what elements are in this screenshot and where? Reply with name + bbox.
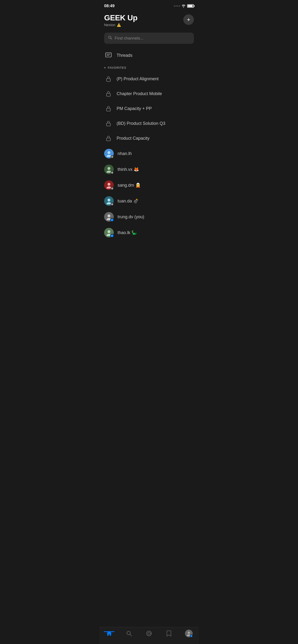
threads-icon bbox=[104, 51, 113, 60]
avatar bbox=[104, 164, 114, 174]
main-content: Threads ▾ FAVORITES (P) Product Alignmen… bbox=[99, 48, 199, 264]
online-status-indicator bbox=[111, 171, 114, 174]
svg-rect-8 bbox=[106, 123, 110, 126]
dm-name: trung.dv (you) bbox=[117, 214, 144, 220]
svg-point-12 bbox=[107, 167, 110, 170]
avatar: ✓ bbox=[104, 228, 114, 238]
threads-label: Threads bbox=[117, 53, 132, 58]
dm-name: thao.lk 🦕 bbox=[117, 230, 137, 235]
status-bar: 08:49 bbox=[99, 0, 199, 10]
dm-item-thinh-vx[interactable]: thinh.vx 🦊 bbox=[99, 162, 199, 177]
svg-point-20 bbox=[107, 230, 110, 233]
threads-item[interactable]: Threads bbox=[99, 48, 199, 63]
svg-rect-7 bbox=[106, 108, 110, 111]
search-container: Find channels... bbox=[99, 31, 199, 48]
add-button[interactable]: + bbox=[183, 14, 194, 25]
search-icon bbox=[108, 36, 112, 41]
workspace-row: Nexion ⚠️ bbox=[104, 23, 137, 27]
channel-name: (BD) Product Solution Q3 bbox=[117, 121, 165, 126]
channel-item-bd-product-solution[interactable]: (BD) Product Solution Q3 bbox=[99, 116, 199, 131]
dm-name: tuan.da 💣 bbox=[117, 198, 138, 204]
channel-name: Product Capacity bbox=[117, 136, 150, 141]
avatar: ✓ bbox=[104, 212, 114, 222]
channel-name: PM Capacity + PP bbox=[117, 106, 152, 111]
channel-item-product-capacity[interactable]: Product Capacity bbox=[99, 131, 199, 146]
online-status-indicator bbox=[111, 203, 114, 206]
lock-icon bbox=[104, 74, 113, 83]
channel-item-product-alignment[interactable]: (P) Product Alignment bbox=[99, 72, 199, 86]
channel-item-pm-capacity[interactable]: PM Capacity + PP bbox=[99, 101, 199, 116]
channel-name: Chapter Product Mobile bbox=[117, 91, 162, 96]
wifi-icon bbox=[181, 4, 186, 8]
svg-rect-9 bbox=[106, 138, 110, 141]
svg-point-16 bbox=[107, 198, 110, 202]
svg-rect-5 bbox=[106, 78, 110, 82]
dm-item-sang-dm[interactable]: sang.dm 🧝 bbox=[99, 177, 199, 193]
channel-item-chapter-product-mobile[interactable]: Chapter Product Mobile bbox=[99, 86, 199, 101]
status-time: 08:49 bbox=[104, 4, 114, 8]
online-status-indicator bbox=[111, 187, 114, 190]
battery-icon bbox=[187, 4, 194, 8]
lock-icon bbox=[104, 134, 113, 142]
header-left: GEEK Up Nexion ⚠️ bbox=[104, 14, 137, 27]
lock-icon bbox=[104, 119, 113, 128]
workspace-name: Nexion bbox=[104, 23, 115, 27]
warning-icon: ⚠️ bbox=[117, 23, 121, 27]
dm-item-trung-dv[interactable]: ✓ trung.dv (you) bbox=[99, 209, 199, 225]
lock-icon bbox=[104, 89, 113, 98]
avatar bbox=[104, 149, 114, 158]
channel-name: (P) Product Alignment bbox=[117, 76, 159, 82]
svg-point-10 bbox=[107, 151, 110, 154]
avatar bbox=[104, 180, 114, 190]
channel-list: (P) Product Alignment Chapter Product Mo… bbox=[99, 72, 199, 240]
dm-name: thinh.vx 🦊 bbox=[117, 167, 139, 172]
chevron-down-icon: ▾ bbox=[104, 66, 106, 70]
svg-line-1 bbox=[111, 38, 112, 40]
search-placeholder: Find channels... bbox=[115, 36, 143, 41]
lock-icon bbox=[104, 104, 113, 113]
app-title: GEEK Up bbox=[104, 14, 137, 22]
search-bar[interactable]: Find channels... bbox=[104, 32, 194, 44]
favorites-section-header[interactable]: ▾ FAVORITES bbox=[99, 63, 199, 72]
dm-name: sang.dm 🧝 bbox=[117, 182, 140, 188]
active-badge: ✓ bbox=[110, 234, 114, 238]
dm-item-thao-lk[interactable]: ✓ thao.lk 🦕 bbox=[99, 225, 199, 240]
svg-rect-2 bbox=[106, 53, 111, 57]
signal-icon bbox=[174, 6, 180, 6]
svg-point-14 bbox=[107, 183, 110, 186]
dm-item-nhan-lh[interactable]: nhan.lh bbox=[99, 146, 199, 162]
active-badge: ✓ bbox=[110, 218, 114, 222]
svg-point-18 bbox=[107, 214, 110, 217]
status-icons bbox=[174, 4, 194, 8]
svg-rect-6 bbox=[106, 94, 110, 96]
header: GEEK Up Nexion ⚠️ + bbox=[99, 10, 199, 31]
plus-icon: + bbox=[187, 16, 190, 23]
avatar bbox=[104, 196, 114, 206]
dm-name: nhan.lh bbox=[117, 151, 132, 156]
dm-item-tuan-da[interactable]: tuan.da 💣 bbox=[99, 193, 199, 209]
online-status-indicator bbox=[111, 155, 114, 158]
favorites-title: FAVORITES bbox=[108, 66, 126, 70]
